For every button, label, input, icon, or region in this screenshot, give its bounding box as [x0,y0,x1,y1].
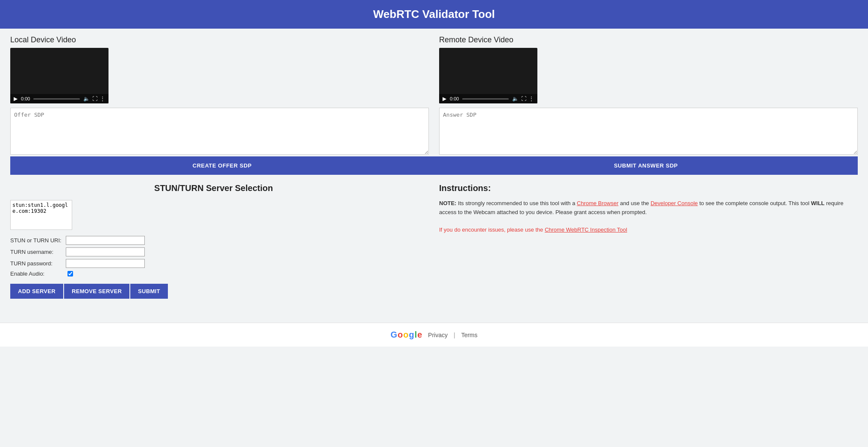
server-list[interactable]: stun:stun1.l.google.com:19302 [10,200,72,230]
remote-video-label: Remote Device Video [439,35,858,44]
remote-play-btn[interactable]: ▶ [443,96,446,102]
footer: Google Privacy | Terms [0,323,868,347]
local-video-player[interactable]: ▶ 0:00 🔈 ⛶ ⋮ [10,48,108,103]
remote-video-icons: 🔈 ⛶ ⋮ [512,96,534,102]
page-header: WebRTC Validator Tool [0,0,868,29]
turn-username-row: TURN username: [10,247,417,256]
enable-audio-checkbox[interactable] [67,271,73,276]
add-server-button[interactable]: ADD SERVER [10,284,63,299]
server-buttons: ADD SERVER REMOVE SERVER SUBMIT [10,284,417,299]
action-buttons-row: CREATE OFFER SDP SUBMIT ANSWER SDP [10,156,858,175]
remote-volume-icon[interactable]: 🔈 [512,96,519,102]
g-blue: G [390,330,397,340]
note-mid: and use the [619,200,651,206]
stun-title: STUN/TURN Server Selection [10,183,417,193]
submit-answer-button[interactable]: SUBMIT ANSWER SDP [434,156,858,175]
remote-video-controls: ▶ 0:00 🔈 ⛶ ⋮ [439,94,537,103]
privacy-link[interactable]: Privacy [428,332,448,338]
g-red2: e [417,330,422,340]
enable-audio-label: Enable Audio: [10,271,66,277]
instructions-section: Instructions: NOTE: Its strongly recomme… [434,183,858,299]
local-video-panel: Local Device Video ▶ 0:00 🔈 ⛶ ⋮ [10,35,434,156]
answer-sdp-textarea[interactable] [439,108,858,155]
chrome-webrtc-link[interactable]: Chrome WebRTC Inspection Tool [545,226,627,233]
chrome-browser-link[interactable]: Chrome Browser [577,200,619,206]
video-section: Local Device Video ▶ 0:00 🔈 ⛶ ⋮ [10,35,858,156]
submit-button[interactable]: SUBMIT [130,284,168,299]
stun-uri-row: STUN or TURN URI: [10,236,417,245]
g-green: l [414,330,417,340]
footer-divider: | [454,332,455,338]
local-video-label: Local Device Video [10,35,429,44]
stun-section: STUN/TURN Server Selection stun:stun1.l.… [10,183,434,299]
stun-uri-input[interactable] [66,236,145,245]
remote-video-time: 0:00 [450,96,459,101]
local-video-progress [33,98,80,100]
local-video-icons: 🔈 ⛶ ⋮ [83,96,105,102]
terms-link[interactable]: Terms [461,332,478,338]
page-title: WebRTC Validator Tool [373,8,495,21]
turn-username-input[interactable] [66,247,145,256]
local-video-time: 0:00 [21,96,30,101]
instructions-title: Instructions: [439,183,858,193]
turn-password-label: TURN password: [10,260,66,267]
create-offer-button[interactable]: CREATE OFFER SDP [10,156,434,175]
turn-password-row: TURN password: [10,259,417,268]
offer-sdp-textarea[interactable] [10,108,429,155]
remote-video-progress [462,98,509,100]
more-icon[interactable]: ⋮ [100,96,105,102]
bottom-section: STUN/TURN Server Selection stun:stun1.l.… [10,183,858,316]
turn-username-label: TURN username: [10,249,66,255]
g-yellow: o [403,330,408,340]
instructions-body: NOTE: Its strongly recommended to use th… [439,199,858,235]
note-end: to see the complete console output. This… [698,200,811,206]
remote-video-player[interactable]: ▶ 0:00 🔈 ⛶ ⋮ [439,48,537,103]
main-content: Local Device Video ▶ 0:00 🔈 ⛶ ⋮ [0,29,868,323]
remote-fullscreen-icon[interactable]: ⛶ [521,96,526,102]
remote-video-panel: Remote Device Video ▶ 0:00 🔈 ⛶ ⋮ [434,35,858,156]
note-issue: If you do encounter issues, please use t… [439,226,627,233]
turn-password-input[interactable] [66,259,145,268]
stun-uri-label: STUN or TURN URI: [10,237,66,244]
local-play-btn[interactable]: ▶ [14,96,18,102]
note-prefix: NOTE: [439,200,456,206]
will-text: WILL [811,200,825,206]
note-body: Its strongly recommended to use this too… [456,200,577,206]
remove-server-button[interactable]: REMOVE SERVER [64,284,129,299]
google-logo: Google [390,330,422,340]
g-red: o [398,330,403,340]
local-video-controls: ▶ 0:00 🔈 ⛶ ⋮ [10,94,108,103]
remote-more-icon[interactable]: ⋮ [529,96,534,102]
note-issue-text: If you do encounter issues, please use t… [439,226,545,233]
fullscreen-icon[interactable]: ⛶ [92,96,97,102]
g-blue2: g [409,330,414,340]
enable-audio-row: Enable Audio: [10,271,417,277]
developer-console-link[interactable]: Developer Console [651,200,698,206]
volume-icon[interactable]: 🔈 [83,96,90,102]
